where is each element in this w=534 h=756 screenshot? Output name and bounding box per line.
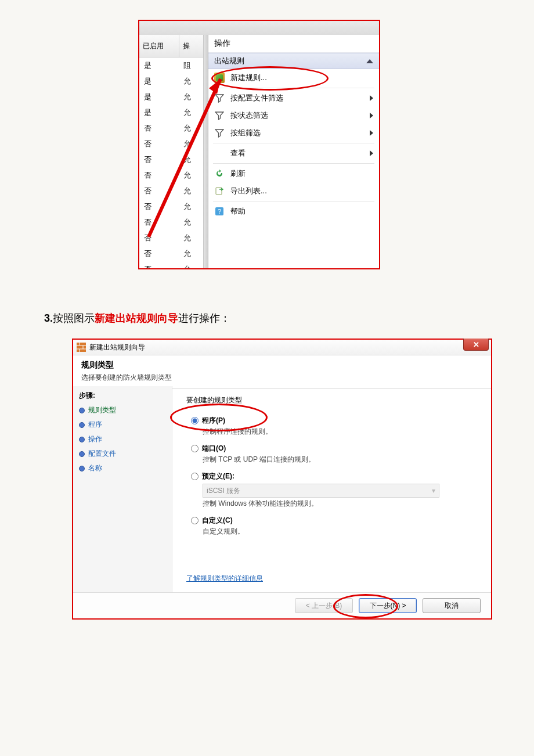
cell-action: 允 bbox=[180, 233, 203, 243]
wizard-question: 要创建的规则类型 bbox=[186, 395, 477, 405]
table-row[interactable]: 是允 bbox=[139, 89, 203, 105]
cell-enabled: 否 bbox=[139, 139, 180, 149]
cell-enabled: 否 bbox=[139, 264, 180, 270]
cell-action: 允 bbox=[180, 92, 203, 102]
option-desc: 控制程序连接的规则。 bbox=[203, 427, 477, 437]
option-predefined[interactable]: 预定义(E): iSCSI 服务 ▾ 控制 Windows 体验功能连接的规则。 bbox=[191, 471, 477, 509]
bullet-icon bbox=[79, 437, 85, 442]
option-program[interactable]: 程序(P) 控制程序连接的规则。 bbox=[191, 416, 477, 437]
step-label: 程序 bbox=[88, 420, 102, 430]
bullet-icon bbox=[79, 466, 85, 471]
next-button[interactable]: 下一步(N) > bbox=[359, 598, 417, 613]
wizard-header-title: 规则类型 bbox=[81, 360, 483, 370]
step-number: 3. bbox=[44, 312, 53, 324]
col-enabled-header[interactable]: 已启用 bbox=[139, 35, 179, 57]
radio-custom[interactable] bbox=[191, 517, 199, 524]
table-row[interactable]: 是阻 bbox=[139, 57, 203, 73]
funnel-icon bbox=[214, 110, 225, 121]
step-program[interactable]: 程序 bbox=[79, 420, 166, 430]
action-refresh[interactable]: 刷新 bbox=[208, 165, 379, 182]
caption-part1: 按照图示 bbox=[53, 312, 95, 324]
cell-action: 允 bbox=[180, 107, 203, 118]
cell-enabled: 否 bbox=[139, 154, 180, 165]
step-name[interactable]: 名称 bbox=[79, 463, 166, 473]
svg-text:?: ? bbox=[218, 208, 221, 215]
table-row[interactable]: 是允 bbox=[139, 73, 203, 89]
cell-enabled: 否 bbox=[139, 201, 180, 212]
step-label: 名称 bbox=[88, 463, 102, 473]
col-action-header[interactable]: 操 bbox=[179, 41, 203, 51]
action-export[interactable]: 导出列表... bbox=[208, 182, 379, 200]
predefined-select[interactable]: iSCSI 服务 ▾ bbox=[203, 484, 439, 498]
chevron-down-icon: ▾ bbox=[432, 487, 435, 495]
svg-rect-0 bbox=[216, 188, 222, 195]
table-row[interactable]: 否允 bbox=[139, 136, 203, 152]
submenu-arrow-icon bbox=[370, 113, 373, 118]
step-profile[interactable]: 配置文件 bbox=[79, 449, 166, 459]
separator bbox=[213, 201, 374, 201]
table-row[interactable]: 否允 bbox=[139, 152, 203, 167]
cell-enabled: 是 bbox=[139, 60, 180, 71]
action-help[interactable]: ? 帮助 bbox=[208, 203, 379, 220]
cell-action: 允 bbox=[180, 264, 203, 270]
radio-predefined[interactable] bbox=[191, 473, 199, 480]
cancel-button[interactable]: 取消 bbox=[423, 598, 481, 613]
table-row[interactable]: 否允 bbox=[139, 246, 203, 261]
action-filter-state[interactable]: 按状态筛选 bbox=[208, 107, 379, 124]
table-row[interactable]: 否允 bbox=[139, 230, 203, 246]
action-label: 按状态筛选 bbox=[230, 110, 364, 121]
learn-more-link[interactable]: 了解规则类型的详细信息 bbox=[186, 574, 263, 584]
action-view[interactable]: 查看 bbox=[208, 145, 379, 162]
step-label: 规则类型 bbox=[88, 405, 116, 415]
step-action[interactable]: 操作 bbox=[79, 434, 166, 444]
table-row[interactable]: 否允 bbox=[139, 261, 203, 269]
action-filter-profile[interactable]: 按配置文件筛选 bbox=[208, 89, 379, 107]
option-desc: 控制 TCP 或 UDP 端口连接的规则。 bbox=[203, 455, 477, 465]
cell-enabled: 否 bbox=[139, 233, 180, 243]
action-new-rule[interactable]: 新建规则... bbox=[208, 69, 379, 87]
table-row[interactable]: 否允 bbox=[139, 167, 203, 183]
steps-heading: 步骤: bbox=[79, 391, 166, 401]
action-label: 新建规则... bbox=[230, 73, 373, 83]
cell-action: 允 bbox=[180, 201, 203, 212]
rules-grid: 已启用 操 是阻是允是允是允否允否允否允否允否允否允否允否允否允否允 bbox=[139, 35, 204, 268]
actions-section-outbound[interactable]: 出站规则 bbox=[208, 53, 379, 69]
table-row[interactable]: 否允 bbox=[139, 183, 203, 199]
action-label: 帮助 bbox=[230, 206, 373, 217]
caption-highlight: 新建出站规则向导 bbox=[95, 312, 178, 324]
grid-header-row: 已启用 操 bbox=[139, 35, 203, 57]
cell-action: 阻 bbox=[180, 60, 203, 71]
radio-port[interactable] bbox=[191, 445, 199, 452]
option-custom[interactable]: 自定义(C) 自定义规则。 bbox=[191, 516, 477, 537]
step-label: 配置文件 bbox=[88, 449, 116, 459]
close-button[interactable]: ✕ bbox=[463, 339, 489, 351]
separator bbox=[213, 163, 374, 164]
wizard-main-pane: 要创建的规则类型 程序(P) 控制程序连接的规则。 端口(O) 控制 TCP 或… bbox=[172, 386, 491, 593]
cell-enabled: 否 bbox=[139, 170, 180, 181]
actions-section-label: 出站规则 bbox=[214, 56, 244, 66]
export-icon bbox=[214, 186, 225, 196]
cell-action: 允 bbox=[180, 249, 203, 259]
option-title: 端口(O) bbox=[202, 444, 226, 453]
radio-program[interactable] bbox=[191, 417, 199, 424]
wizard-header-subtitle: 选择要创建的防火墙规则类型 bbox=[81, 373, 483, 383]
action-label: 按配置文件筛选 bbox=[230, 93, 364, 103]
step-caption: 3.按照图示新建出站规则向导进行操作： bbox=[44, 311, 534, 326]
table-row[interactable]: 是允 bbox=[139, 105, 203, 120]
wizard-titlebar[interactable]: 新建出站规则向导 ✕ bbox=[73, 340, 491, 355]
table-row[interactable]: 否允 bbox=[139, 199, 203, 214]
help-icon: ? bbox=[214, 206, 225, 217]
bullet-icon bbox=[79, 451, 85, 457]
wizard-steps-pane: 步骤: 规则类型 程序 操作 配置文件 名称 bbox=[73, 386, 172, 593]
bullet-icon bbox=[79, 408, 85, 413]
step-rule-type[interactable]: 规则类型 bbox=[79, 405, 166, 415]
table-row[interactable]: 否允 bbox=[139, 120, 203, 136]
action-label: 查看 bbox=[230, 148, 364, 159]
option-port[interactable]: 端口(O) 控制 TCP 或 UDP 端口连接的规则。 bbox=[191, 444, 477, 465]
firewall-mmc-screenshot: 已启用 操 是阻是允是允是允否允否允否允否允否允否允否允否允否允否允 操作 出站… bbox=[138, 20, 380, 269]
table-row[interactable]: 否允 bbox=[139, 214, 203, 230]
cell-action: 允 bbox=[180, 139, 203, 149]
cell-enabled: 否 bbox=[139, 249, 180, 259]
splitter[interactable] bbox=[204, 35, 208, 268]
action-filter-group[interactable]: 按组筛选 bbox=[208, 124, 379, 142]
